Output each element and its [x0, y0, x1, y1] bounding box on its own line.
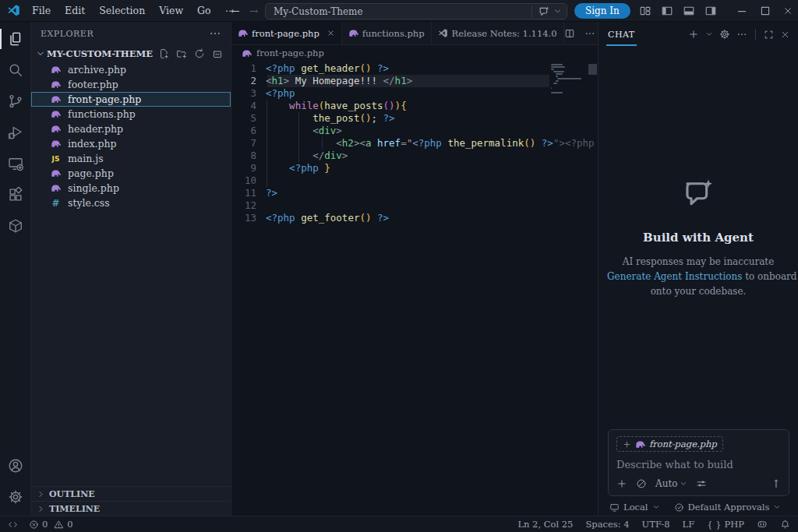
- chevron-down-icon[interactable]: [705, 30, 713, 38]
- eol-sequence[interactable]: LF: [683, 519, 695, 530]
- toggle-secondary-sidebar-icon[interactable]: [704, 5, 717, 17]
- activity-source-control-icon[interactable]: [0, 86, 31, 117]
- activity-remote-explorer-icon[interactable]: [0, 148, 31, 179]
- section-outline[interactable]: OUTLINE: [31, 486, 231, 501]
- close-chat-icon[interactable]: [780, 30, 790, 40]
- approvals-picker[interactable]: Default Approvals: [674, 502, 782, 513]
- file-single-php[interactable]: single.php: [31, 181, 231, 196]
- back-button[interactable]: ←: [231, 5, 240, 17]
- php-file-icon: [242, 48, 252, 58]
- minimap[interactable]: [551, 64, 587, 94]
- account-icon[interactable]: [0, 450, 31, 481]
- file-style-css[interactable]: #style.css: [31, 196, 231, 210]
- copilot-icon[interactable]: [538, 5, 550, 18]
- close-window-button[interactable]: [782, 5, 793, 16]
- php-file-icon: [50, 139, 62, 149]
- remote-indicator-icon[interactable]: [8, 520, 18, 530]
- target-picker[interactable]: Local: [609, 502, 660, 513]
- file-main-js[interactable]: JSmain.js: [31, 151, 231, 166]
- forward-button[interactable]: →: [249, 5, 259, 17]
- mode-picker[interactable]: Auto: [655, 478, 687, 489]
- code-editor[interactable]: 1<?php get_header() ?>2<h1> My Homepage!…: [231, 61, 598, 516]
- breadcrumb[interactable]: front-page.php: [231, 45, 598, 61]
- close-tab-icon[interactable]: [327, 29, 335, 37]
- command-center-search[interactable]: My-Custom-Theme: [265, 3, 567, 19]
- chevron-down-icon: [680, 480, 687, 488]
- file-header-php[interactable]: header.php: [31, 122, 231, 136]
- activity-search-icon[interactable]: [0, 55, 31, 86]
- toggle-sidebar-icon[interactable]: [661, 5, 673, 17]
- tab-functions-php[interactable]: functions.php: [342, 22, 432, 44]
- editor-group: front-page.phpfunctions.phpRelease Notes…: [231, 22, 598, 516]
- menu-edit[interactable]: Edit: [58, 5, 92, 16]
- file-footer-php[interactable]: footer.php: [31, 77, 231, 92]
- section-timeline[interactable]: TIMELINE: [31, 501, 231, 516]
- new-file-icon[interactable]: [158, 48, 169, 59]
- file-archive-php[interactable]: archive.php: [31, 62, 231, 77]
- notifications-bell-icon[interactable]: [780, 520, 790, 530]
- new-chat-icon[interactable]: [688, 29, 699, 40]
- send-button[interactable]: ↑: [772, 477, 781, 490]
- tab-front-page-php[interactable]: front-page.php: [231, 22, 342, 44]
- menu-go[interactable]: Go: [190, 5, 218, 16]
- sign-in-button[interactable]: Sign In: [574, 3, 630, 19]
- indentation[interactable]: Spaces: 4: [585, 519, 629, 530]
- cursor-position[interactable]: Ln 2, Col 25: [517, 519, 573, 530]
- menu-selection[interactable]: Selection: [92, 5, 152, 16]
- folder-my-custom-theme[interactable]: MY-CUSTOM-THEME: [31, 45, 231, 62]
- encoding[interactable]: UTF-8: [642, 519, 670, 530]
- window-controls: [639, 0, 793, 22]
- activity-run-debug-icon[interactable]: [0, 117, 31, 148]
- explorer-header: EXPLORER: [31, 22, 231, 45]
- tab-chat[interactable]: CHAT: [606, 23, 637, 46]
- attached-context-chip[interactable]: front-page.php: [616, 436, 723, 452]
- explorer-more-actions-icon[interactable]: [209, 27, 221, 40]
- tab-bar: front-page.phpfunctions.phpRelease Notes…: [231, 22, 598, 45]
- copilot-status-icon[interactable]: [757, 519, 768, 530]
- problems-indicator[interactable]: 0 0: [29, 519, 73, 530]
- line-number: 11: [231, 187, 266, 199]
- toggle-panel-icon[interactable]: [683, 5, 695, 17]
- php-file-icon: [50, 168, 62, 178]
- refresh-icon[interactable]: [194, 48, 205, 59]
- editor-more-actions-icon[interactable]: [584, 28, 595, 39]
- file-functions-php[interactable]: functions.php: [31, 107, 231, 122]
- chat-input-box[interactable]: front-page.php Describe what to build Au…: [608, 429, 789, 496]
- file-page-php[interactable]: page.php: [31, 166, 231, 181]
- line-number: 4: [231, 100, 266, 112]
- attach-icon[interactable]: [616, 478, 627, 489]
- code-line-2: 2<h1> My Homepage!!! </h1>: [231, 75, 598, 87]
- activity-bar: [0, 22, 31, 516]
- file-index-php[interactable]: index.php: [31, 136, 231, 151]
- chevron-down-icon[interactable]: [553, 7, 562, 16]
- add-context-icon: [623, 440, 631, 449]
- php-file-icon: [50, 65, 62, 75]
- menu-view[interactable]: View: [152, 5, 190, 16]
- vscode-file-icon: [438, 28, 448, 38]
- activity-explorer-icon[interactable]: [0, 23, 31, 55]
- chat-empty-heading: Build with Agent: [607, 231, 789, 245]
- activity-containers-icon[interactable]: [0, 210, 31, 241]
- expand-chat-icon[interactable]: [764, 30, 774, 40]
- scrollbar-handle[interactable]: [588, 64, 597, 75]
- collapse-folders-icon[interactable]: [212, 48, 223, 59]
- settings-gear-icon[interactable]: [0, 481, 31, 513]
- minimize-button[interactable]: [736, 5, 748, 17]
- customize-layout-icon[interactable]: [639, 5, 651, 17]
- tools-icon[interactable]: [636, 478, 647, 489]
- new-folder-icon[interactable]: [176, 48, 187, 59]
- activity-extensions-icon[interactable]: [0, 179, 31, 210]
- generate-agent-instructions-link[interactable]: Generate Agent Instructions: [607, 271, 742, 282]
- maximize-button[interactable]: [759, 5, 772, 17]
- code-line-8: 8 </div>: [231, 150, 598, 162]
- chat-settings-gear-icon[interactable]: [719, 29, 730, 40]
- menu-file[interactable]: File: [25, 5, 58, 16]
- line-number: 8: [231, 150, 266, 162]
- tab-release-notes-1-114-0[interactable]: Release Notes: 1.114.0: [432, 22, 564, 44]
- model-settings-icon[interactable]: [696, 478, 707, 489]
- chat-more-actions-icon[interactable]: [736, 29, 747, 40]
- split-editor-icon[interactable]: [564, 28, 575, 39]
- file-front-page-php[interactable]: front-page.php: [31, 92, 231, 107]
- language-mode[interactable]: { } PHP: [707, 519, 744, 530]
- line-number: 3: [231, 87, 266, 100]
